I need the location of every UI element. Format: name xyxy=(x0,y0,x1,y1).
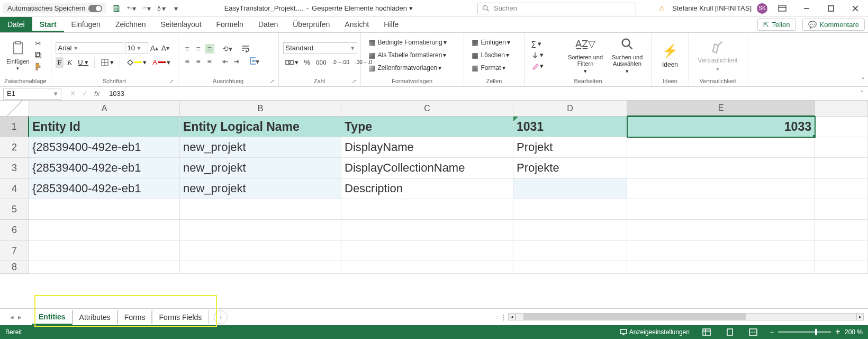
scroll-left-icon[interactable]: ◂ xyxy=(508,313,516,320)
cell-e3[interactable] xyxy=(627,158,815,179)
horizontal-scrollbar[interactable]: ◂ ▸ xyxy=(508,313,864,320)
row-header-7[interactable]: 7 xyxy=(0,240,29,261)
cell-blank[interactable] xyxy=(815,117,868,137)
clear-button[interactable]: ▾ xyxy=(529,61,546,71)
bold-button[interactable]: F xyxy=(56,57,64,68)
cell-blank[interactable] xyxy=(341,240,513,261)
font-name-combo[interactable]: Arial▾ xyxy=(56,42,123,54)
cell-blank[interactable] xyxy=(627,261,815,274)
insert-function-icon[interactable]: fx xyxy=(94,90,100,97)
font-color-button[interactable]: A▾ xyxy=(150,57,173,67)
cell-blank[interactable] xyxy=(627,220,815,240)
scroll-right-icon[interactable]: ▸ xyxy=(856,313,864,320)
align-bottom-icon[interactable]: ≡ xyxy=(205,44,214,53)
increase-indent-icon[interactable]: ⇥ xyxy=(232,57,241,66)
align-left-icon[interactable]: ≡ xyxy=(183,57,192,66)
cell-a2[interactable]: {28539400-492e-eb1 xyxy=(29,137,180,158)
cell-a3[interactable]: {28539400-492e-eb1 xyxy=(29,158,180,179)
cell-blank[interactable] xyxy=(815,220,868,240)
orientation-icon[interactable]: ⟲▾ xyxy=(223,44,232,53)
scroll-thumb[interactable] xyxy=(523,314,746,320)
minimize-icon[interactable] xyxy=(797,1,816,16)
cell-e1-selected[interactable]: 1033 xyxy=(627,117,815,137)
cell-c3[interactable]: DisplayCollectionName xyxy=(341,158,513,179)
comments-button[interactable]: 💬Kommentare xyxy=(802,19,865,31)
tab-file[interactable]: Datei xyxy=(0,17,32,32)
sheet-tab-attributes[interactable]: Attributes xyxy=(73,310,117,324)
dialog-launcher-icon[interactable]: ⤢ xyxy=(169,78,174,84)
format-as-table-button[interactable]: ▦Als Tabelle formatieren ▾ xyxy=(365,49,459,61)
col-header-b[interactable]: B xyxy=(180,101,341,117)
number-format-combo[interactable]: Standard▾ xyxy=(283,42,357,54)
close-icon[interactable] xyxy=(846,1,865,16)
cell-d4[interactable] xyxy=(513,179,627,199)
align-middle-icon[interactable]: ≡ xyxy=(194,44,203,53)
cell-a4[interactable]: {28539400-492e-eb1 xyxy=(29,179,180,199)
fill-color-button[interactable]: ▾ xyxy=(124,57,149,67)
upload-locked-button[interactable]: Gesperrte Elemente hochladen ▾ xyxy=(312,4,413,12)
comma-style-icon[interactable]: 000 xyxy=(314,57,329,68)
cell-blank[interactable] xyxy=(29,240,180,261)
cancel-entry-icon[interactable]: ✕ xyxy=(70,90,76,97)
row-header-2[interactable]: 2 xyxy=(0,137,29,158)
cell-a1[interactable]: Entity Id xyxy=(29,117,180,137)
user-name[interactable]: Stefanie Krull [INFINITAS] xyxy=(672,4,752,12)
row-header-3[interactable]: 3 xyxy=(0,158,29,179)
cell-b2[interactable]: new_projekt xyxy=(180,137,341,158)
share-button[interactable]: ⇱Teilen xyxy=(757,19,796,31)
autosum-button[interactable]: ∑ ▾ xyxy=(529,39,544,49)
col-header-blank[interactable] xyxy=(815,101,868,117)
cell-c4[interactable]: Description xyxy=(341,179,513,199)
sheet-tab-forms[interactable]: Forms xyxy=(117,310,152,324)
collapse-ribbon-icon[interactable]: ˄ xyxy=(861,76,865,84)
cell-blank[interactable] xyxy=(180,240,341,261)
align-top-icon[interactable]: ≡ xyxy=(183,44,192,53)
tab-draw[interactable]: Zeichnen xyxy=(108,17,153,32)
maximize-icon[interactable] xyxy=(821,1,840,16)
cell-blank[interactable] xyxy=(815,179,868,199)
find-select-button[interactable]: Suchen und Auswählen ▾ xyxy=(608,34,647,76)
redo-icon[interactable]: ▾ xyxy=(141,4,151,13)
zoom-slider[interactable] xyxy=(778,331,831,333)
cell-blank[interactable] xyxy=(815,199,868,220)
save-icon[interactable] xyxy=(112,4,121,13)
increase-decimal-icon[interactable]: .0→.00 xyxy=(330,58,351,66)
cell-b4[interactable]: new_projekt xyxy=(180,179,341,199)
tab-help[interactable]: Hilfe xyxy=(376,17,406,32)
cell-blank[interactable] xyxy=(341,261,513,274)
cell-blank[interactable] xyxy=(341,220,513,240)
touch-mode-icon[interactable]: ▾ xyxy=(156,4,166,13)
cell-b3[interactable]: new_projekt xyxy=(180,158,341,179)
insert-cells-button[interactable]: ▦Einfügen ▾ xyxy=(468,37,520,48)
col-header-e[interactable]: E xyxy=(627,101,815,117)
cell-blank[interactable] xyxy=(513,261,627,274)
copy-icon[interactable] xyxy=(33,50,43,60)
sheet-nav-prev-icon[interactable]: ◂ xyxy=(10,313,14,321)
sort-filter-button[interactable]: A̲Z̲▽ Sortieren und Filtern ▾ xyxy=(566,34,605,76)
tab-data[interactable]: Daten xyxy=(251,17,285,32)
cell-blank[interactable] xyxy=(627,240,815,261)
zoom-control[interactable]: − 200 % xyxy=(770,328,863,336)
view-normal-icon[interactable] xyxy=(700,327,713,337)
cell-c1[interactable]: Type xyxy=(341,117,513,137)
cell-blank[interactable] xyxy=(513,220,627,240)
tab-insert[interactable]: Einfügen xyxy=(64,17,108,32)
underline-button[interactable]: U ▾ xyxy=(76,57,91,67)
expand-formula-bar-icon[interactable]: ˅ xyxy=(856,90,868,97)
cell-blank[interactable] xyxy=(513,199,627,220)
confirm-entry-icon[interactable]: ✓ xyxy=(82,90,88,97)
merge-center-icon[interactable]: ▾ xyxy=(250,57,259,66)
user-avatar[interactable]: SK xyxy=(757,3,767,14)
accounting-format-icon[interactable]: ▾ xyxy=(283,57,301,67)
add-sheet-button[interactable]: + xyxy=(214,310,228,324)
ideas-button[interactable]: ⚡ Ideen xyxy=(659,41,681,69)
view-page-layout-icon[interactable] xyxy=(724,327,736,337)
cell-c2[interactable]: DisplayName xyxy=(341,137,513,158)
cell-blank[interactable] xyxy=(29,220,180,240)
paste-button[interactable]: Einfügen▾ xyxy=(4,38,31,72)
ribbon-display-icon[interactable] xyxy=(773,1,792,16)
display-settings-button[interactable]: Anzeigeeinstellungen xyxy=(620,328,690,336)
cell-blank[interactable] xyxy=(341,199,513,220)
row-header-6[interactable]: 6 xyxy=(0,220,29,240)
font-size-combo[interactable]: 10▾ xyxy=(125,42,148,54)
